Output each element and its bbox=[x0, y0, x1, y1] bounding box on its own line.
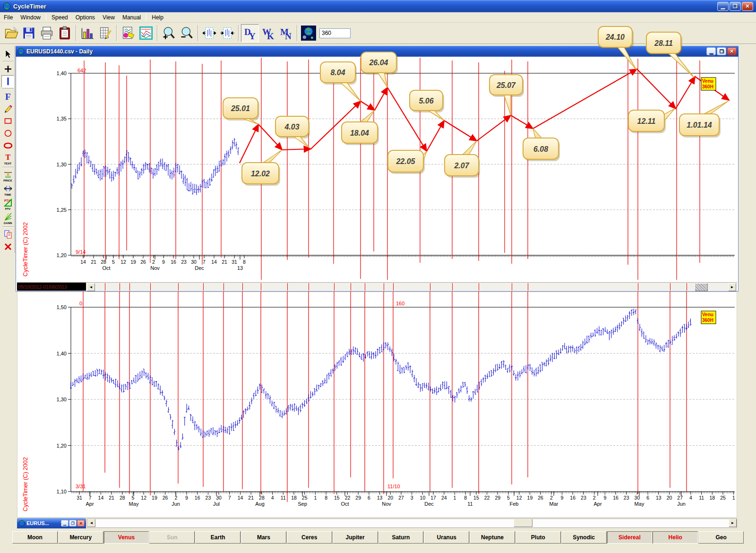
minimized-window[interactable]: EURUS... ▁ ❐ ✕ bbox=[17, 518, 86, 528]
planet-button-saturn[interactable]: Saturn bbox=[378, 531, 424, 544]
planet-button-earth[interactable]: Earth bbox=[195, 531, 241, 544]
period-mn-button[interactable]: MN bbox=[277, 24, 295, 42]
period-dy-button[interactable]: DY bbox=[241, 24, 259, 42]
expand-horizontal-button[interactable] bbox=[200, 24, 218, 42]
planet-button-ceres[interactable]: Ceres bbox=[287, 531, 332, 544]
menu-item-options[interactable]: Options bbox=[72, 13, 99, 22]
chart-close-button[interactable]: ✕ bbox=[727, 47, 737, 55]
bottom-scroll-left-arrow[interactable]: ◄ bbox=[87, 519, 95, 527]
scroll-right-arrow[interactable]: ► bbox=[728, 283, 736, 291]
menu-item-manual[interactable]: Manual bbox=[119, 13, 145, 22]
open-file-button[interactable] bbox=[2, 24, 20, 42]
delete-tool[interactable] bbox=[1, 241, 14, 253]
circle-icon bbox=[3, 129, 13, 138]
menu-item-window[interactable]: Window bbox=[17, 13, 44, 22]
bottom-scroll-right-arrow[interactable]: ► bbox=[729, 519, 737, 527]
rectangle-tool[interactable] bbox=[1, 115, 14, 127]
gann-tool[interactable]: GANN bbox=[1, 211, 14, 225]
bar-chart-button[interactable] bbox=[78, 24, 96, 42]
planet-button-helio[interactable]: Helio bbox=[653, 531, 698, 544]
planet-button-uranus[interactable]: Uranus bbox=[424, 531, 469, 544]
top-scrollbar[interactable]: ◄ ► bbox=[17, 282, 737, 291]
fibonacci-icon: F bbox=[3, 92, 13, 101]
ptv-tool[interactable]: PTVPTV bbox=[1, 197, 14, 211]
maximize-button[interactable]: ❐ bbox=[730, 2, 741, 11]
menu-item-speed[interactable]: Speed bbox=[48, 13, 72, 22]
svg-text:Y: Y bbox=[249, 31, 256, 41]
menu-item-view[interactable]: View bbox=[99, 13, 119, 22]
minimized-globe-icon bbox=[18, 520, 25, 527]
cycle-line-top bbox=[105, 283, 105, 291]
close-button[interactable]: ✕ bbox=[742, 2, 753, 11]
cursor-tool[interactable] bbox=[1, 48, 14, 60]
ptv-tool-label: PTV bbox=[5, 207, 11, 210]
menu-item-help[interactable]: Help bbox=[148, 13, 167, 22]
bottom-chart-area[interactable] bbox=[17, 292, 737, 518]
cycle-line-top bbox=[120, 283, 120, 291]
toolbar-separator bbox=[198, 25, 198, 41]
main-titlebar[interactable]: CycleTimer ▁ ❐ ✕ bbox=[0, 0, 756, 12]
bottom-scrollbar[interactable]: ◄ ► bbox=[87, 518, 737, 528]
min-close-button[interactable]: ✕ bbox=[77, 520, 85, 527]
chart-minimize-button[interactable]: ▁ bbox=[706, 47, 716, 55]
planet-button-jupiter[interactable]: Jupiter bbox=[333, 531, 378, 544]
planet-button-sidereal[interactable]: Sidereal bbox=[607, 531, 653, 544]
planet-button-venus[interactable]: Venus bbox=[104, 531, 149, 544]
cycle-line-top bbox=[242, 283, 243, 291]
min-maximize-button[interactable]: ❐ bbox=[69, 520, 77, 527]
copy-tool[interactable] bbox=[1, 228, 14, 241]
bottom-scroll-thumb[interactable] bbox=[514, 519, 533, 527]
menu-item-file[interactable]: File bbox=[0, 13, 17, 22]
compress-horizontal-button[interactable] bbox=[218, 24, 236, 42]
pencil-tool[interactable] bbox=[1, 103, 14, 115]
chart-lines-button[interactable] bbox=[137, 24, 155, 42]
clipboard-icon bbox=[58, 26, 72, 40]
calculator-button[interactable] bbox=[96, 24, 114, 42]
chart-maximize-button[interactable]: ❐ bbox=[717, 47, 726, 55]
cycle-line-top bbox=[393, 283, 394, 291]
planet-360-button[interactable] bbox=[300, 24, 318, 42]
planet-button-neptune[interactable]: Neptune bbox=[470, 531, 515, 544]
calculator-icon bbox=[98, 26, 112, 40]
ellipse-tool[interactable] bbox=[1, 139, 14, 152]
price-tool-label: PRICE bbox=[3, 179, 12, 182]
planet-button-synodic[interactable]: Synodic bbox=[561, 531, 607, 544]
toolbar-separator bbox=[157, 25, 158, 41]
planet-button-mars[interactable]: Mars bbox=[241, 531, 286, 544]
toolbar: DYWKMN bbox=[0, 23, 756, 44]
planet-button-moon[interactable]: Moon bbox=[12, 531, 58, 544]
planet-button-geo[interactable]: Geo bbox=[698, 531, 744, 544]
cycle-line-top bbox=[150, 283, 151, 291]
degrees-input[interactable] bbox=[319, 28, 351, 38]
fibonacci-tool[interactable]: F bbox=[1, 90, 14, 103]
vertical-line-tool[interactable] bbox=[1, 75, 14, 87]
scroll-thumb[interactable] bbox=[695, 283, 708, 291]
text-icon: T bbox=[3, 153, 13, 162]
toolbar-separator bbox=[116, 25, 117, 41]
period-dy-icon: DY bbox=[242, 26, 258, 41]
period-wk-button[interactable]: WK bbox=[259, 24, 277, 42]
print-button[interactable] bbox=[38, 24, 56, 42]
planet-button-pluto[interactable]: Pluto bbox=[515, 531, 561, 544]
min-restore-button[interactable]: ▁ bbox=[61, 520, 69, 527]
time-tool[interactable]: TIME bbox=[1, 183, 14, 197]
top-chart-area[interactable] bbox=[17, 57, 737, 282]
cycle-line-top bbox=[430, 283, 430, 291]
planet-button-mercury[interactable]: Mercury bbox=[58, 531, 103, 544]
zoom-out-button[interactable] bbox=[178, 24, 196, 42]
circle-tool[interactable] bbox=[1, 127, 14, 139]
chart-edit-button[interactable] bbox=[119, 24, 137, 42]
crosshair-tool[interactable] bbox=[1, 63, 14, 75]
chart-window-titlebar[interactable]: EURUSD1440.csv - Daily ▁ ❐ ✕ bbox=[16, 46, 739, 57]
chart-lines-icon bbox=[139, 26, 153, 40]
save-button[interactable] bbox=[20, 24, 38, 42]
zoom-in-button[interactable] bbox=[160, 24, 178, 42]
price-tool[interactable]: PRICE bbox=[1, 169, 14, 183]
minimize-button[interactable]: ▁ bbox=[717, 2, 729, 11]
scroll-left-arrow[interactable]: ◄ bbox=[87, 283, 95, 291]
clipboard-button[interactable] bbox=[56, 24, 74, 42]
toolbar-separator bbox=[238, 25, 239, 41]
text-tool[interactable]: TTEXT bbox=[1, 152, 14, 166]
cursor-icon bbox=[3, 49, 13, 59]
period-wk-icon: WK bbox=[260, 26, 275, 41]
